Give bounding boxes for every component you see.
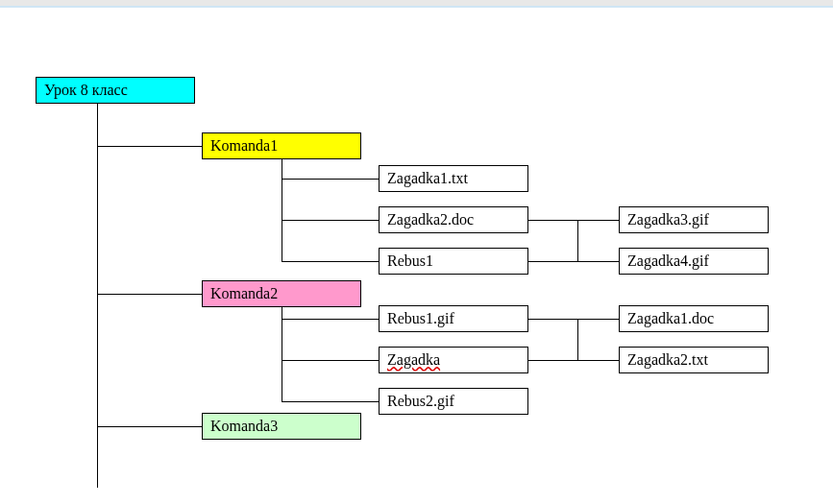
- file-zagadka2-txt: Zagadka2.txt: [619, 347, 769, 373]
- folder-komanda2: Komanda2: [202, 280, 361, 307]
- file-zagadka1-txt: Zagadka1.txt: [379, 165, 528, 192]
- root-folder: Урок 8 класс: [36, 77, 195, 104]
- file-zagadka3-gif-label: Zagadka3.gif: [627, 211, 709, 228]
- file-rebus1-gif: Rebus1.gif: [379, 305, 528, 332]
- folder-rebus1: Rebus1: [379, 248, 528, 275]
- file-zagadka1-doc-label: Zagadka1.doc: [627, 310, 714, 327]
- file-zagadka3-gif: Zagadka3.gif: [619, 206, 769, 233]
- folder-zagadka-label: Zagadka: [387, 351, 440, 369]
- folder-komanda3: Komanda3: [202, 413, 361, 440]
- folder-komanda1: Komanda1: [202, 132, 361, 159]
- file-zagadka1-txt-label: Zagadka1.txt: [387, 170, 468, 187]
- file-rebus2-gif: Rebus2.gif: [379, 388, 528, 415]
- folder-komanda3-label: Komanda3: [210, 418, 278, 435]
- file-zagadka4-gif-label: Zagadka4.gif: [627, 252, 709, 270]
- diagram-canvas: Урок 8 класс Komanda1 Zagadka1.txt Zagad…: [0, 6, 833, 504]
- file-zagadka1-doc: Zagadka1.doc: [619, 305, 769, 332]
- file-zagadka4-gif: Zagadka4.gif: [619, 248, 769, 275]
- folder-rebus1-label: Rebus1: [387, 252, 433, 270]
- file-rebus2-gif-label: Rebus2.gif: [387, 393, 454, 410]
- folder-komanda1-label: Komanda1: [210, 137, 278, 155]
- file-zagadka2-txt-label: Zagadka2.txt: [627, 351, 708, 369]
- file-rebus1-gif-label: Rebus1.gif: [387, 310, 454, 327]
- root-folder-label: Урок 8 класс: [44, 82, 128, 99]
- folder-zagadka: Zagadka: [379, 347, 528, 373]
- file-zagadka2-doc-label: Zagadka2.doc: [387, 211, 474, 228]
- folder-komanda2-label: Komanda2: [210, 285, 278, 302]
- file-zagadka2-doc: Zagadka2.doc: [379, 206, 528, 233]
